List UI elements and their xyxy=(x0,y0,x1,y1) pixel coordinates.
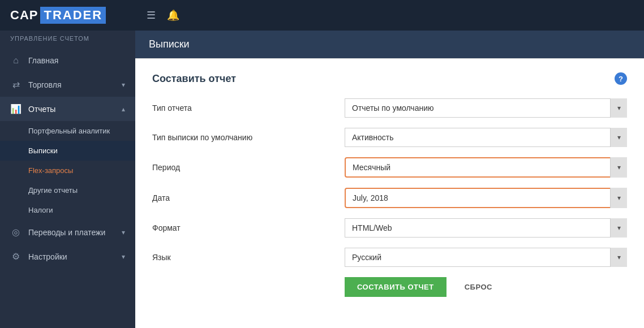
control-date: July, 2018 ▾ xyxy=(345,188,627,208)
form-row-date: Дата July, 2018 ▾ xyxy=(152,188,627,208)
sidebar-item-transfers-label: Переводы и платежи xyxy=(28,228,105,237)
logo-cap: CAP xyxy=(10,8,38,23)
control-format: HTML/Web ▾ xyxy=(345,218,627,238)
top-header: CAP TRADER ☰ 🔔 xyxy=(0,0,644,31)
sidebar-item-home-label: Главная xyxy=(28,56,58,65)
bell-icon[interactable]: 🔔 xyxy=(167,9,179,21)
control-report-type: Отчеты по умолчанию ▾ xyxy=(345,98,627,118)
content-header: Выписки xyxy=(135,31,644,59)
header-icons: ☰ 🔔 xyxy=(135,9,179,21)
reports-arrow-icon: ▴ xyxy=(122,105,125,113)
label-report-type: Тип отчета xyxy=(152,103,345,113)
select-period[interactable]: Месячный xyxy=(345,157,627,178)
sidebar-subitem-portfolio[interactable]: Портфельный аналитик xyxy=(0,121,135,141)
label-period: Период xyxy=(152,163,345,172)
sidebar-item-settings[interactable]: ⚙ Настройки ▾ xyxy=(0,244,135,269)
reports-icon: 📊 xyxy=(10,103,22,114)
sidebar-subitem-taxes[interactable]: Налоги xyxy=(0,200,135,220)
sidebar: УПРАВЛЕНИЕ СЧЕТОМ ⌂ Главная ⇄ Торговля ▾… xyxy=(0,31,135,328)
settings-arrow-icon: ▾ xyxy=(122,253,125,261)
trading-icon: ⇄ xyxy=(10,79,22,90)
content: Выписки Составить отчет ? Тип отчета Отч… xyxy=(135,31,644,328)
sidebar-subitem-flex-label: Flex-запросы xyxy=(28,166,73,175)
sidebar-item-reports[interactable]: 📊 Отчеты ▴ xyxy=(0,97,135,121)
section-title: Составить отчет ? xyxy=(152,72,627,85)
sidebar-subitem-statements-label: Выписки xyxy=(28,146,58,155)
sidebar-item-settings-label: Настройки xyxy=(28,252,67,261)
sidebar-subitem-statements[interactable]: Выписки xyxy=(0,141,135,161)
sidebar-item-transfers[interactable]: ◎ Переводы и платежи ▾ xyxy=(0,220,135,244)
select-language[interactable]: Русский xyxy=(345,248,627,267)
select-format[interactable]: HTML/Web xyxy=(345,218,627,238)
sidebar-item-trading[interactable]: ⇄ Торговля ▾ xyxy=(0,72,135,97)
label-statement-type: Тип выписки по умолчанию xyxy=(152,133,345,142)
trading-arrow-icon: ▾ xyxy=(122,81,125,89)
help-icon[interactable]: ? xyxy=(615,72,627,85)
select-statement-type[interactable]: Активность xyxy=(345,128,627,147)
main-layout: УПРАВЛЕНИЕ СЧЕТОМ ⌂ Главная ⇄ Торговля ▾… xyxy=(0,31,644,328)
control-statement-type: Активность ▾ xyxy=(345,128,627,147)
sidebar-item-home[interactable]: ⌂ Главная xyxy=(0,49,135,72)
sidebar-item-reports-label: Отчеты xyxy=(28,105,55,114)
transfers-icon: ◎ xyxy=(10,227,22,238)
select-report-type[interactable]: Отчеты по умолчанию xyxy=(345,98,627,118)
select-date[interactable]: July, 2018 xyxy=(345,188,627,208)
submit-button[interactable]: СОСТАВИТЬ ОТЧЕТ xyxy=(345,277,446,297)
logo-trader: TRADER xyxy=(44,8,102,22)
transfers-arrow-icon: ▾ xyxy=(122,228,125,236)
form-row-language: Язык Русский ▾ xyxy=(152,248,627,267)
sidebar-subtitle: УПРАВЛЕНИЕ СЧЕТОМ xyxy=(0,31,135,49)
logo-area: CAP TRADER xyxy=(0,0,135,31)
label-format: Формат xyxy=(152,223,345,232)
reset-button[interactable]: СБРОС xyxy=(456,277,501,297)
sidebar-subitem-other[interactable]: Другие отчеты xyxy=(0,180,135,200)
sidebar-subitem-flex[interactable]: Flex-запросы xyxy=(0,161,135,180)
sidebar-subitem-portfolio-label: Портфельный аналитик xyxy=(28,127,110,135)
form-row-statement-type: Тип выписки по умолчанию Активность ▾ xyxy=(152,128,627,147)
label-date: Дата xyxy=(152,193,345,202)
form-row-format: Формат HTML/Web ▾ xyxy=(152,218,627,238)
control-language: Русский ▾ xyxy=(345,248,627,267)
form-row-report-type: Тип отчета Отчеты по умолчанию ▾ xyxy=(152,98,627,118)
sidebar-subitem-other-label: Другие отчеты xyxy=(28,186,78,195)
sidebar-item-trading-label: Торговля xyxy=(28,80,61,89)
home-icon: ⌂ xyxy=(10,55,22,66)
button-row: СОСТАВИТЬ ОТЧЕТ СБРОС xyxy=(152,277,627,297)
sidebar-subitem-taxes-label: Налоги xyxy=(28,206,53,214)
content-body: Составить отчет ? Тип отчета Отчеты по у… xyxy=(135,59,644,328)
page-title: Выписки xyxy=(149,38,190,50)
label-language: Язык xyxy=(152,253,345,262)
control-period: Месячный ▾ xyxy=(345,157,627,178)
settings-icon: ⚙ xyxy=(10,251,22,262)
form-row-period: Период Месячный ▾ xyxy=(152,157,627,178)
menu-icon[interactable]: ☰ xyxy=(147,9,156,21)
